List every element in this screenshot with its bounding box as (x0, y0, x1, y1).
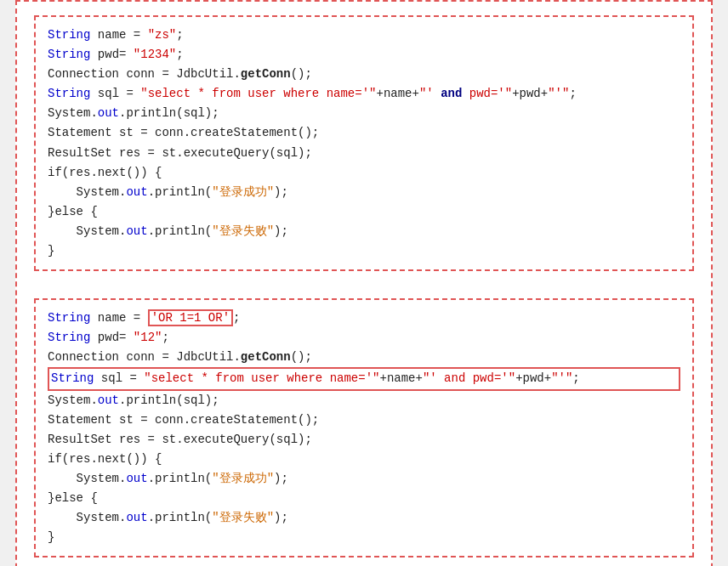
inj-line-5: System.out.println(sql); (48, 391, 680, 410)
code-line-5: System.out.println(sql); (48, 104, 680, 123)
inj-line-9: System.out.println("登录成功"); (48, 469, 680, 489)
inj-line-11: System.out.println("登录失败"); (48, 508, 680, 528)
code-line-3: Connection conn = JdbcUtil.getConn(); (48, 65, 680, 84)
main-container: String name = "zs"; String pwd= "1234"; … (15, 0, 713, 566)
code-line-9: System.out.println("登录成功"); (48, 183, 680, 202)
code-line-10: }else { (48, 202, 680, 222)
inj-line-3: Connection conn = JdbcUtil.getConn(); (48, 348, 680, 367)
code-line-1: String name = "zs"; (48, 25, 680, 45)
code-line-12: } (48, 241, 680, 261)
inj-line-6: Statement st = conn.createStatement(); (48, 410, 680, 430)
inj-line-4-highlighted: String sql = "select * from user where n… (48, 367, 680, 390)
code-block: String name = "zs"; String pwd= "1234"; … (34, 15, 694, 566)
code-line-7: ResultSet res = st.executeQuery(sql); (48, 144, 680, 163)
code-line-2: String pwd= "1234"; (48, 45, 680, 65)
inj-line-2: String pwd= "12"; (48, 328, 680, 348)
code-line-4: String sql = "select * from user where n… (48, 84, 680, 104)
section-injection-code: String name = 'OR 1=1 OR'; String pwd= "… (34, 298, 694, 558)
inj-line-10: }else { (48, 489, 680, 508)
inj-line-1: String name = 'OR 1=1 OR'; (48, 308, 680, 328)
inj-line-8: if(res.next()) { (48, 450, 680, 469)
code-line-8: if(res.next()) { (48, 163, 680, 183)
code-line-11: System.out.println("登录失败"); (48, 222, 680, 241)
inj-line-7: ResultSet res = st.executeQuery(sql); (48, 430, 680, 450)
section-normal-code: String name = "zs"; String pwd= "1234"; … (34, 15, 694, 271)
inj-line-12: } (48, 528, 680, 547)
code-line-6: Statement st = conn.createStatement(); (48, 123, 680, 143)
